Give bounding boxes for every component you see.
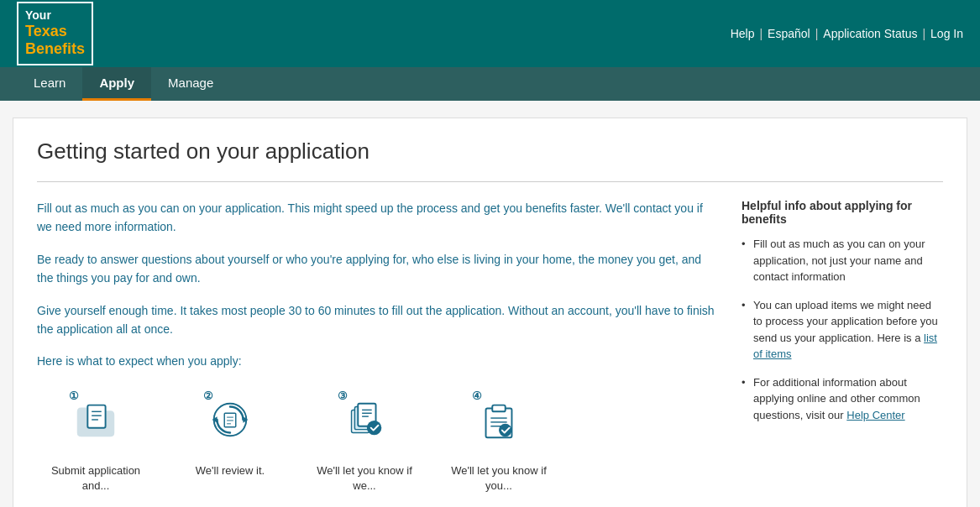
application-status-link[interactable]: Application Status bbox=[823, 27, 917, 40]
step-2-icon-container: ② bbox=[197, 388, 264, 455]
step-3-label: We'll let you know if we... bbox=[306, 463, 423, 494]
step-1: ① Su bbox=[37, 388, 155, 494]
step-2-icon bbox=[206, 395, 254, 447]
espanol-link[interactable]: Español bbox=[768, 27, 810, 40]
content-divider bbox=[37, 181, 943, 182]
svg-point-23 bbox=[499, 424, 511, 436]
help-center-link[interactable]: Help Center bbox=[846, 409, 904, 421]
paragraph-2: Be ready to answer questions about yours… bbox=[37, 250, 716, 288]
step-1-label: Submit application and... bbox=[37, 463, 155, 494]
main-content: Getting started on your application Fill… bbox=[13, 118, 967, 507]
paragraph-3: Give yourself enough time. It takes most… bbox=[37, 301, 716, 339]
svg-rect-19 bbox=[492, 405, 505, 412]
sidebar-title: Helpful info about applying for benefits bbox=[742, 199, 943, 226]
separator-1: | bbox=[759, 27, 763, 40]
step-1-icon-container: ① bbox=[62, 388, 129, 455]
logo-texas: Texas bbox=[25, 23, 85, 41]
step-3-icon bbox=[340, 395, 389, 447]
step-2-label: We'll review it. bbox=[196, 463, 265, 478]
logo[interactable]: Your Texas Benefits bbox=[17, 2, 93, 65]
step-1-icon bbox=[71, 395, 120, 447]
main-section: Fill out as much as you can on your appl… bbox=[37, 199, 716, 494]
header-nav: Help | Español | Application Status | Lo… bbox=[731, 27, 963, 40]
step-2: ② bbox=[171, 388, 289, 494]
nav-manage[interactable]: Manage bbox=[151, 67, 230, 101]
logo-your: Your bbox=[25, 8, 85, 23]
step-3-icon-container: ③ bbox=[331, 388, 398, 455]
svg-rect-0 bbox=[87, 405, 105, 428]
step-3: ③ bbox=[306, 388, 423, 494]
list-of-items-link[interactable]: list of items bbox=[753, 332, 937, 361]
separator-3: | bbox=[922, 27, 925, 40]
page-title: Getting started on your application bbox=[37, 139, 943, 165]
step-4-number: ④ bbox=[472, 389, 482, 402]
sidebar-item-1: Fill out as much as you can on your appl… bbox=[742, 236, 943, 285]
sidebar-item-2: You can upload items we might need to pr… bbox=[742, 297, 943, 363]
step-4: ④ bbox=[440, 388, 558, 494]
step-4-label: We'll let you know if you... bbox=[440, 463, 558, 494]
content-layout: Fill out as much as you can on your appl… bbox=[37, 199, 943, 494]
sidebar-list: Fill out as much as you can on your appl… bbox=[742, 236, 943, 423]
login-link[interactable]: Log In bbox=[930, 27, 963, 40]
logo-benefits: Benefits bbox=[25, 40, 85, 59]
navbar: Learn Apply Manage bbox=[0, 67, 980, 101]
step-3-number: ③ bbox=[338, 389, 348, 402]
nav-apply[interactable]: Apply bbox=[82, 67, 151, 101]
step-2-number: ② bbox=[203, 389, 213, 402]
step-1-number: ① bbox=[69, 389, 79, 402]
step-4-icon bbox=[474, 395, 523, 447]
steps-row: ① Su bbox=[37, 388, 716, 494]
separator-2: | bbox=[815, 27, 819, 40]
sidebar-item-3: For additional information about applyin… bbox=[742, 374, 943, 424]
help-link[interactable]: Help bbox=[731, 27, 755, 40]
header: Your Texas Benefits Help | Español | App… bbox=[0, 0, 980, 67]
svg-point-17 bbox=[367, 421, 381, 435]
sidebar: Helpful info about applying for benefits… bbox=[742, 199, 943, 494]
nav-learn[interactable]: Learn bbox=[17, 67, 82, 101]
paragraph-1: Fill out as much as you can on your appl… bbox=[37, 199, 716, 237]
step-4-icon-container: ④ bbox=[465, 388, 532, 455]
paragraph-4: Here is what to expect when you apply: bbox=[37, 352, 716, 370]
